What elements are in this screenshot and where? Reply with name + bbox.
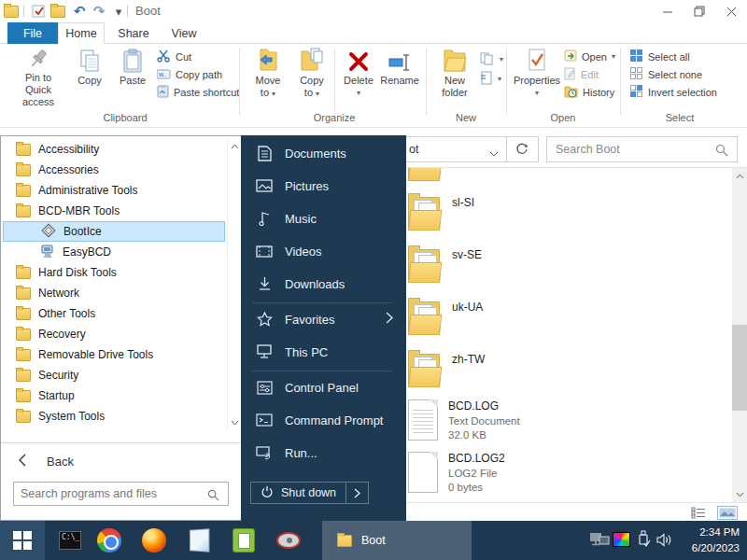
file-list-scrollbar[interactable] — [732, 168, 747, 502]
start-program-accessories[interactable]: Accessories — [3, 160, 225, 180]
taskbar-command-prompt-icon[interactable]: C:\_ — [57, 527, 83, 553]
edit-button[interactable]: Edit — [564, 66, 599, 82]
start-button[interactable] — [0, 521, 45, 560]
scroll-up-icon[interactable] — [228, 138, 241, 154]
start-program-administrative-tools[interactable]: Administrative Tools — [3, 180, 225, 201]
qat-properties-icon[interactable] — [30, 3, 47, 20]
taskbar-disk-partition-tool-icon[interactable] — [275, 527, 302, 553]
cut-button[interactable]: Cut — [157, 49, 191, 64]
start-menu-programs-panel: Accessibility Accessories Administrative… — [0, 135, 241, 521]
start-place-this-pc[interactable]: This PC — [241, 336, 406, 368]
file-item-partial[interactable] — [408, 168, 442, 187]
select-all-button[interactable]: Select all — [629, 49, 690, 64]
start-program-bootice-selected[interactable]: BootIce — [3, 221, 225, 242]
tray-display-color-icon[interactable] — [613, 532, 630, 547]
start-program-security[interactable]: Security — [3, 365, 225, 385]
easy-access-icon — [480, 71, 493, 87]
undo-icon[interactable]: ↶ — [71, 3, 88, 20]
qat-new-folder-icon[interactable] — [49, 3, 66, 20]
start-program-hard-disk-tools[interactable]: Hard Disk Tools — [3, 262, 225, 283]
start-program-network[interactable]: Network — [3, 283, 225, 303]
restore-button[interactable] — [684, 0, 715, 22]
delete-button[interactable]: Delete ▾ — [338, 47, 379, 108]
start-program-other-tools[interactable]: Other Tools — [3, 303, 225, 324]
start-program-startup[interactable]: Startup — [3, 385, 225, 406]
music-icon — [256, 211, 273, 227]
taskbar-active-window-boot[interactable]: Boot — [322, 521, 472, 560]
start-program-easybcd[interactable]: EasyBCD — [3, 242, 225, 262]
scroll-up-icon[interactable] — [732, 168, 747, 184]
new-item-button[interactable]: ▾ — [480, 51, 503, 67]
start-search-input[interactable] — [21, 485, 198, 502]
move-to-button[interactable]: Move to ▾ — [247, 47, 289, 108]
file-item[interactable]: BCD.LOG2 LOG2 File 0 bytes — [408, 452, 505, 493]
select-none-button[interactable]: Select none — [629, 66, 702, 82]
qat-customize-icon[interactable]: ▾ — [110, 3, 127, 20]
taskbar-notepad-plus-plus-icon[interactable] — [231, 527, 257, 553]
file-item[interactable]: sv-SE — [408, 244, 482, 288]
shutdown-button[interactable]: Shut down — [250, 482, 369, 504]
properties-button[interactable]: Properties ▾ — [512, 47, 562, 108]
easy-access-button[interactable]: ▾ — [480, 71, 501, 87]
shutdown-options-chevron-icon[interactable] — [345, 483, 368, 503]
taskbar-chrome-icon[interactable] — [96, 527, 122, 553]
rename-button[interactable]: Rename — [377, 47, 422, 108]
close-button[interactable] — [715, 0, 747, 22]
new-folder-button[interactable]: New folder — [431, 47, 478, 108]
start-place-videos[interactable]: Videos — [241, 235, 406, 267]
start-place-command-prompt[interactable]: Command Prompt — [241, 404, 406, 436]
invert-selection-button[interactable]: Invert selection — [629, 84, 717, 100]
start-place-favorites[interactable]: Favorites — [241, 303, 406, 335]
copy-to-button[interactable]: Copy to ▾ — [291, 47, 332, 108]
start-place-run[interactable]: Run... — [241, 437, 406, 469]
scroll-down-icon[interactable] — [732, 486, 747, 502]
explorer-window-icon[interactable] — [3, 3, 20, 20]
command-prompt-icon — [256, 413, 273, 427]
scrollbar-thumb[interactable] — [732, 325, 747, 411]
programs-scrollbar[interactable] — [227, 138, 240, 430]
search-input[interactable] — [556, 141, 705, 158]
address-dropdown-icon[interactable] — [489, 145, 499, 161]
taskbar-notepad-icon[interactable] — [186, 527, 212, 553]
tab-view[interactable]: View — [161, 22, 207, 44]
start-place-control-panel[interactable]: Control Panel — [241, 371, 406, 403]
start-program-system-tools[interactable]: System Tools — [3, 406, 225, 427]
tray-network-icon[interactable] — [589, 532, 610, 552]
refresh-button[interactable] — [506, 136, 539, 162]
search-icon[interactable] — [207, 488, 219, 505]
back-button[interactable]: Back — [1, 447, 240, 475]
start-program-accessibility[interactable]: Accessibility — [3, 139, 225, 160]
history-button[interactable]: History — [564, 84, 614, 100]
paste-button[interactable]: Paste — [112, 47, 153, 108]
copy-path-button[interactable]: w.. Copy path — [157, 66, 222, 82]
file-item[interactable]: sl-SI — [408, 191, 474, 236]
folder-icon — [408, 191, 442, 236]
copy-button[interactable]: Copy — [69, 47, 110, 108]
start-program-recovery[interactable]: Recovery — [3, 324, 225, 344]
tab-file[interactable]: File — [7, 22, 58, 44]
start-program-bcd-mbr-tools[interactable]: BCD-MBR Tools — [3, 201, 225, 221]
start-place-pictures[interactable]: Pictures — [241, 170, 406, 202]
minimize-button[interactable] — [652, 0, 684, 22]
taskbar-firefox-icon[interactable] — [141, 527, 167, 553]
pin-to-quick-access-button[interactable]: Pin to Quick access — [11, 47, 65, 108]
tray-volume-icon[interactable] — [656, 533, 673, 551]
start-place-documents[interactable]: Documents — [241, 137, 406, 169]
tray-usb-eject-icon[interactable] — [637, 530, 651, 553]
paste-shortcut-button[interactable]: Paste shortcut — [157, 84, 239, 100]
tab-home[interactable]: Home — [58, 22, 105, 44]
start-place-downloads[interactable]: Downloads — [241, 268, 406, 300]
redo-icon[interactable]: ↷ — [91, 3, 107, 20]
start-program-removable-drive-tools[interactable]: Removable Drive Tools — [3, 344, 225, 365]
tab-share[interactable]: Share — [108, 22, 159, 44]
open-button[interactable]: Open ▾ — [564, 49, 615, 64]
file-item[interactable]: uk-UA — [408, 296, 483, 341]
start-place-music[interactable]: Music — [241, 203, 406, 234]
document-icon — [256, 146, 273, 161]
file-item[interactable]: BCD.LOG Text Document 32.0 KB — [408, 399, 520, 441]
search-icon[interactable] — [715, 144, 728, 161]
taskbar-clock[interactable]: 2:34 PM 6/20/2023 — [692, 525, 740, 556]
file-item[interactable]: zh-TW — [408, 348, 485, 393]
dropdown-icon: ▾ — [272, 90, 275, 98]
scroll-down-icon[interactable] — [228, 414, 241, 430]
